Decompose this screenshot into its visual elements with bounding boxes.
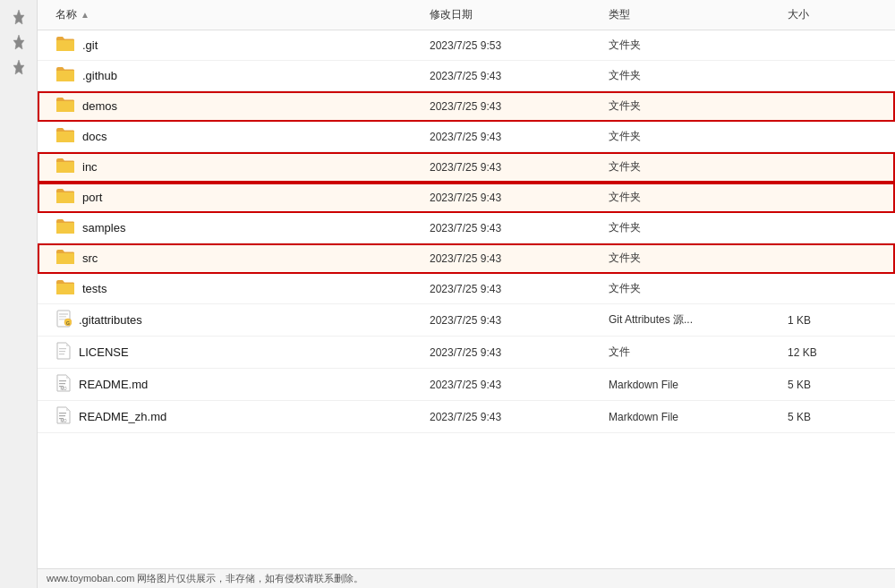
file-date: 2023/7/25 9:43 <box>430 161 609 174</box>
file-list-header: 名称 ▲ 修改日期 类型 大小 <box>38 0 895 30</box>
file-size: 5 KB <box>788 411 877 423</box>
header-type[interactable]: 类型 <box>609 7 788 22</box>
table-row[interactable]: .git 2023/7/25 9:53 文件夹 <box>38 30 895 61</box>
file-name: .git <box>82 38 98 52</box>
file-name: LICENSE <box>79 345 129 359</box>
file-name: src <box>82 251 98 265</box>
svg-rect-6 <box>59 348 66 349</box>
file-type: 文件 <box>609 345 788 360</box>
file-name: demos <box>82 99 117 113</box>
file-explorer: 名称 ▲ 修改日期 类型 大小 .git 2023/7/25 9:53 文件夹 … <box>38 0 895 588</box>
file-date: 2023/7/25 9:43 <box>430 411 609 423</box>
file-list: .git 2023/7/25 9:53 文件夹 .github 2023/7/2… <box>38 30 895 568</box>
pin-2[interactable] <box>11 34 27 50</box>
file-type: 文件夹 <box>609 251 788 266</box>
file-icon <box>55 97 75 115</box>
file-icon <box>55 249 75 268</box>
svg-rect-7 <box>59 351 65 352</box>
table-row[interactable]: samples 2023/7/25 9:43 文件夹 <box>38 213 895 243</box>
file-type: 文件夹 <box>609 129 788 144</box>
svg-rect-13 <box>59 413 66 413</box>
file-type: Markdown File <box>609 379 788 391</box>
file-date: 2023/7/25 9:43 <box>430 283 609 295</box>
file-date: 2023/7/25 9:43 <box>430 192 609 204</box>
table-row[interactable]: .github 2023/7/25 9:43 文件夹 <box>38 61 895 91</box>
file-date: 2023/7/25 9:43 <box>430 131 609 143</box>
svg-rect-14 <box>59 415 65 416</box>
file-icon <box>55 218 75 237</box>
file-icon <box>55 36 75 55</box>
svg-rect-1 <box>59 313 68 315</box>
file-date: 2023/7/25 9:43 <box>430 314 609 327</box>
table-row[interactable]: G .gitattributes 2023/7/25 9:43 Git Attr… <box>38 304 895 337</box>
table-row[interactable]: LICENSE 2023/7/25 9:43 文件 12 KB <box>38 337 895 369</box>
sidebar <box>0 0 38 588</box>
header-name[interactable]: 名称 ▲ <box>55 7 430 22</box>
file-name: .gitattributes <box>79 313 142 327</box>
file-type: 文件夹 <box>609 68 788 83</box>
file-icon <box>55 279 75 298</box>
file-date: 2023/7/25 9:43 <box>430 222 609 234</box>
file-date: 2023/7/25 9:43 <box>430 100 609 113</box>
sort-arrow-icon: ▲ <box>81 10 90 20</box>
file-size: 12 KB <box>788 346 877 359</box>
header-date[interactable]: 修改日期 <box>430 7 609 22</box>
file-icon <box>55 158 75 176</box>
file-name: tests <box>82 282 107 295</box>
file-type: 文件夹 <box>609 38 788 53</box>
file-icon: MD <box>55 406 72 427</box>
table-row[interactable]: MD README.md 2023/7/25 9:43 Markdown Fil… <box>38 369 895 401</box>
svg-text:MD: MD <box>61 419 68 423</box>
table-row[interactable]: tests 2023/7/25 9:43 文件夹 <box>38 274 895 304</box>
file-icon: G <box>55 310 72 330</box>
file-name: README_zh.md <box>79 410 166 423</box>
table-row[interactable]: port 2023/7/25 9:43 文件夹 <box>38 183 895 213</box>
file-type: 文件夹 <box>609 281 788 296</box>
status-bar: www.toymoban.com 网络图片仅供展示，非存储，如有侵权请联系删除。 <box>38 568 895 588</box>
file-name: samples <box>82 221 125 234</box>
file-icon <box>55 66 75 85</box>
file-icon: MD <box>55 374 72 395</box>
file-date: 2023/7/25 9:43 <box>430 346 609 359</box>
file-date: 2023/7/25 9:43 <box>430 379 609 391</box>
file-date: 2023/7/25 9:53 <box>430 39 609 52</box>
file-size: 1 KB <box>788 314 877 327</box>
file-name: port <box>82 191 102 204</box>
table-row[interactable]: demos 2023/7/25 9:43 文件夹 <box>38 91 895 122</box>
table-row[interactable]: docs 2023/7/25 9:43 文件夹 <box>38 122 895 152</box>
file-type: 文件夹 <box>609 190 788 205</box>
svg-text:MD: MD <box>61 387 68 391</box>
file-name: inc <box>82 160 98 174</box>
file-type: Git Attributes 源... <box>609 312 788 328</box>
file-icon <box>55 127 75 146</box>
file-icon <box>55 342 72 362</box>
file-date: 2023/7/25 9:43 <box>430 70 609 82</box>
header-size[interactable]: 大小 <box>788 7 877 22</box>
svg-text:G: G <box>66 320 70 326</box>
file-type: 文件夹 <box>609 159 788 175</box>
file-name: README.md <box>79 378 148 391</box>
pin-1[interactable] <box>11 9 27 25</box>
file-type: 文件夹 <box>609 220 788 235</box>
file-name: docs <box>82 130 107 143</box>
status-text: www.toymoban.com 网络图片仅供展示，非存储，如有侵权请联系删除。 <box>47 572 363 585</box>
file-icon <box>55 188 75 207</box>
table-row[interactable]: MD README_zh.md 2023/7/25 9:43 Markdown … <box>38 401 895 433</box>
table-row[interactable]: src 2023/7/25 9:43 文件夹 <box>38 243 895 274</box>
file-size: 5 KB <box>788 379 877 391</box>
svg-rect-10 <box>59 383 65 384</box>
svg-rect-8 <box>59 354 64 354</box>
table-row[interactable]: inc 2023/7/25 9:43 文件夹 <box>38 152 895 183</box>
pin-3[interactable] <box>11 59 27 75</box>
svg-rect-2 <box>59 316 66 318</box>
file-date: 2023/7/25 9:43 <box>430 252 609 265</box>
svg-rect-9 <box>59 380 66 381</box>
file-type: 文件夹 <box>609 98 788 114</box>
file-name: .github <box>82 69 117 82</box>
file-type: Markdown File <box>609 411 788 423</box>
